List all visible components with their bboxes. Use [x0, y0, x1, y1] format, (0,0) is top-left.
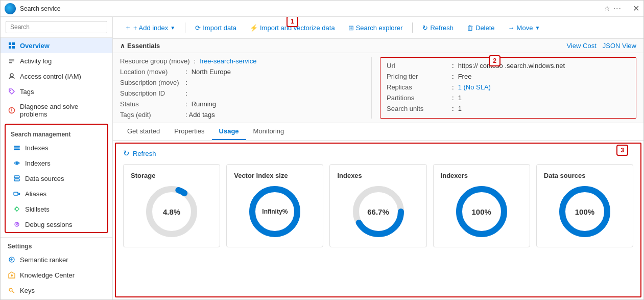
sidebar-item-semantic-ranker[interactable]: Semantic ranker [1, 252, 112, 267]
sidebar-item-label: Debug sessions [25, 221, 73, 228]
donut-indexers: 100% [454, 183, 510, 240]
add-index-button[interactable]: ＋ + Add index ▼ [119, 20, 181, 35]
donut-label-storage: 4.8% [163, 207, 180, 216]
annotation-badge-2: 2 [489, 55, 500, 66]
subscription-id-row: Subscription ID : [120, 89, 363, 97]
sidebar-item-tags[interactable]: Tags [1, 84, 112, 99]
title-actions: ☆ ··· ✕ [604, 4, 639, 13]
url-value: https:// contoso .search.windows.net [458, 62, 565, 70]
sidebar-item-debug-sessions[interactable]: Debug sessions [6, 217, 107, 232]
url-row: Url : https:// contoso .search.windows.n… [387, 62, 630, 70]
move-button[interactable]: → Move ▼ [503, 21, 546, 35]
status-row: Status : Running [120, 100, 363, 108]
sidebar-item-indexers[interactable]: Indexers [6, 155, 107, 171]
search-units-value: 1 [458, 105, 462, 112]
search-explorer-button[interactable]: ⊞ Search explorer [343, 21, 409, 35]
sidebar-item-label: Diagnose and solve problems [20, 103, 105, 118]
tab-properties[interactable]: Properties [167, 123, 211, 140]
delete-button[interactable]: 🗑 Delete [461, 21, 500, 35]
sidebar-item-label: Skillsets [25, 205, 50, 213]
donut-label-data-sources: 100% [575, 207, 594, 216]
activity-log-icon [8, 57, 16, 65]
sidebar-item-knowledge-center[interactable]: Knowledge Center [1, 267, 112, 283]
sidebar-item-label: Tags [20, 88, 34, 96]
status-label: Status [120, 100, 181, 108]
donut-data-sources: 100% [557, 183, 613, 240]
tags-icon [8, 87, 16, 96]
settings-label: Settings [1, 237, 112, 252]
main-window: Search service ☆ ··· ✕ Overview Acti [0, 0, 644, 300]
resource-group-row: Resource group (move) : free-search-serv… [120, 57, 363, 65]
pricing-tier-label: Pricing tier [387, 73, 448, 80]
sidebar-item-skillsets[interactable]: Skillsets [6, 201, 107, 217]
sidebar-item-activity-log[interactable]: Activity log [1, 53, 112, 68]
more-icon[interactable]: ··· [613, 4, 622, 13]
search-units-label: Search units [387, 105, 448, 112]
donut-vector-index: Infinity% [247, 183, 303, 240]
svg-rect-0 [9, 42, 11, 45]
close-button[interactable]: ✕ [633, 4, 639, 13]
overview-icon [8, 41, 16, 50]
card-title-data-sources: Data sources [544, 172, 586, 179]
svg-point-19 [16, 206, 17, 207]
replicas-value[interactable]: 1 (No SLA) [458, 83, 491, 91]
chevron-down-icon: ▼ [170, 25, 175, 31]
sidebar-item-keys[interactable]: Keys [1, 283, 112, 298]
donut-label-indexers: 100% [472, 207, 491, 216]
usage-content: 3 ↻ Refresh Storage 4.8% Vector index si… [123, 149, 633, 247]
sidebar-item-access-control[interactable]: Access control (IAM) [1, 68, 112, 84]
sidebar-item-label: Activity log [20, 57, 52, 65]
sidebar-item-indexes[interactable]: Indexes [6, 140, 107, 155]
sidebar-item-label: Semantic ranker [20, 256, 68, 264]
sidebar-item-label: Access control (IAM) [20, 73, 81, 80]
indexes-icon [13, 144, 21, 152]
essentials-body-container: 2 Resource group (move) : free-search-se… [113, 53, 643, 123]
main-layout: Overview Activity log Access control (IA… [1, 17, 643, 299]
sidebar-item-label: Knowledge Center [20, 271, 75, 279]
data-sources-icon [13, 174, 21, 182]
app-icon [5, 3, 16, 14]
search-units-row: Search units : 1 [387, 105, 630, 112]
card-title-vector-index: Vector index size [234, 172, 288, 179]
add-index-icon: ＋ [125, 23, 131, 32]
svg-rect-2 [9, 46, 11, 49]
tab-monitoring[interactable]: Monitoring [246, 123, 292, 140]
essentials-col-left: Resource group (move) : free-search-serv… [120, 57, 363, 119]
svg-rect-6 [9, 62, 12, 63]
debug-sessions-icon [13, 220, 21, 228]
sidebar-item-label: Aliases [25, 190, 46, 198]
usage-refresh-button[interactable]: ↻ Refresh [123, 149, 633, 158]
tab-usage[interactable]: Usage [212, 123, 246, 140]
donut-indexes: 66.7% [350, 183, 407, 240]
svg-rect-16 [14, 179, 19, 181]
sidebar-item-label: Indexers [25, 159, 51, 167]
import-data-button[interactable]: ⟳ Import data [189, 21, 242, 35]
aliases-icon [13, 190, 21, 198]
search-management-section: Search management Indexes Indexers [5, 124, 108, 233]
collapse-icon[interactable]: ∧ [120, 42, 125, 50]
location-row: Location (move) : North Europe [120, 68, 363, 76]
sidebar-item-overview[interactable]: Overview [1, 38, 112, 53]
sidebar-item-data-sources[interactable]: Data sources [6, 171, 107, 186]
sidebar-item-diagnose[interactable]: Diagnose and solve problems [1, 99, 112, 122]
refresh-button[interactable]: ↻ Refresh [417, 21, 459, 35]
sidebar-item-aliases[interactable]: Aliases [6, 186, 107, 201]
tab-get-started[interactable]: Get started [120, 123, 167, 140]
subscription-id-label: Subscription ID [120, 89, 181, 97]
diagnose-icon [8, 106, 16, 114]
star-icon[interactable]: ☆ [604, 5, 610, 12]
json-view-link[interactable]: JSON View [603, 42, 636, 50]
tags-label: Tags (edit) [120, 111, 181, 119]
donut-label-indexes: 66.7% [367, 207, 389, 216]
view-cost-link[interactable]: View Cost [566, 42, 596, 50]
search-input[interactable] [6, 21, 107, 33]
resource-group-value[interactable]: free-search-service [200, 57, 256, 65]
search-management-label: Search management [6, 127, 107, 140]
essentials-actions: View Cost JSON View [566, 42, 636, 50]
refresh-icon-2: ↻ [123, 149, 130, 158]
svg-point-20 [16, 211, 17, 212]
pricing-tier-row: Pricing tier : Free [387, 73, 630, 80]
sidebar-item-label: Keys [20, 287, 35, 294]
tags-value: : Add tags [185, 111, 215, 119]
subscription-label: Subscription (move) [120, 79, 181, 86]
